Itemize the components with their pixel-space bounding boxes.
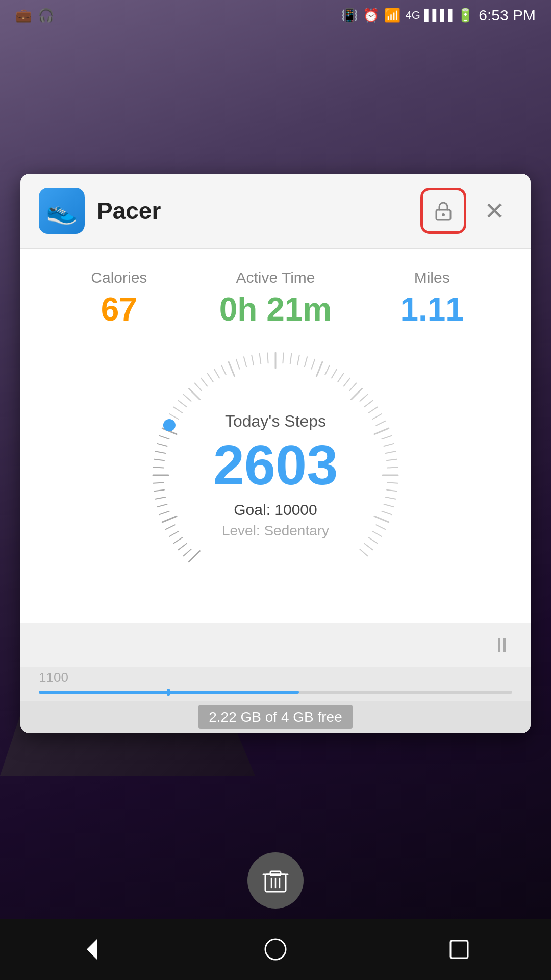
home-icon (263, 937, 288, 962)
nav-bar (0, 919, 551, 980)
status-bar: 💼 🎧 📳 ⏰ 📶 4G▐▐▐▐ 🔋 6:53 PM (0, 0, 551, 31)
storage-bar-marker (167, 689, 170, 696)
briefcase-icon: 💼 (15, 8, 32, 23)
storage-text-bar: 2.22 GB of 4 GB free (20, 701, 531, 733)
status-left-icons: 💼 🎧 (15, 8, 54, 23)
app-card: 👟 Pacer ✕ Calories 67 (20, 174, 531, 733)
status-right-icons: 📳 ⏰ 📶 4G▐▐▐▐ 🔋 6:53 PM (341, 7, 536, 24)
dial-goal: Goal: 10000 (234, 501, 317, 519)
step-dial-container: Today's Steps 2603 Goal: 10000 Level: Se… (41, 348, 510, 603)
lock-button[interactable] (420, 188, 466, 234)
close-button[interactable]: ✕ (477, 193, 512, 229)
card-header: 👟 Pacer ✕ (20, 174, 531, 249)
trash-button[interactable] (247, 852, 304, 909)
wifi-icon: 📶 (384, 8, 400, 23)
active-time-stat: Active Time 0h 21m (197, 269, 354, 327)
calories-label: Calories (41, 269, 197, 286)
bottom-bar: ⏸ (20, 623, 531, 667)
back-button[interactable] (79, 937, 105, 962)
header-actions: ✕ (420, 188, 512, 234)
active-time-value: 0h 21m (197, 291, 354, 327)
recent-icon (446, 937, 472, 962)
home-button[interactable] (263, 937, 288, 962)
battery-icon: 🔋 (457, 8, 473, 23)
svg-rect-83 (450, 941, 468, 958)
storage-info-bar: 1100 (20, 667, 531, 701)
stats-row: Calories 67 Active Time 0h 21m Miles 1.1… (41, 269, 510, 327)
calories-value: 67 (41, 291, 197, 327)
storage-marker-label: 1100 (39, 670, 68, 685)
storage-bar (39, 691, 512, 694)
dial-wrapper: Today's Steps 2603 Goal: 10000 Level: Se… (148, 348, 403, 603)
miles-value: 1.11 (354, 291, 510, 327)
dial-center: Today's Steps 2603 Goal: 10000 Level: Se… (148, 348, 403, 603)
svg-point-1 (442, 213, 445, 216)
storage-text: 2.22 GB of 4 GB free (198, 705, 352, 729)
lock-icon (431, 199, 456, 223)
signal-icon: 4G▐▐▐▐ (406, 9, 453, 22)
clock-time: 6:53 PM (479, 7, 536, 24)
dial-title: Today's Steps (225, 412, 326, 431)
app-icon: 👟 (39, 188, 85, 234)
trash-icon (261, 866, 290, 895)
trash-container (247, 852, 304, 909)
pause-icon: ⏸ (492, 633, 512, 656)
miles-stat: Miles 1.11 (354, 269, 510, 327)
vibrate-icon: 📳 (341, 8, 358, 23)
app-info: 👟 Pacer (39, 188, 161, 234)
app-name: Pacer (97, 197, 161, 225)
headphone-icon: 🎧 (38, 8, 54, 23)
close-icon: ✕ (484, 197, 505, 225)
pause-button[interactable]: ⏸ (492, 633, 512, 656)
svg-point-82 (265, 939, 286, 960)
back-icon (79, 937, 105, 962)
svg-marker-81 (87, 939, 97, 960)
recent-apps-button[interactable] (446, 937, 472, 962)
dial-steps: 2603 (213, 437, 338, 493)
alarm-icon: ⏰ (363, 8, 379, 23)
card-body: Calories 67 Active Time 0h 21m Miles 1.1… (20, 249, 531, 623)
app-icon-emoji: 👟 (46, 196, 78, 226)
calories-stat: Calories 67 (41, 269, 197, 327)
dial-level: Level: Sedentary (222, 523, 329, 539)
miles-label: Miles (354, 269, 510, 286)
active-time-label: Active Time (197, 269, 354, 286)
